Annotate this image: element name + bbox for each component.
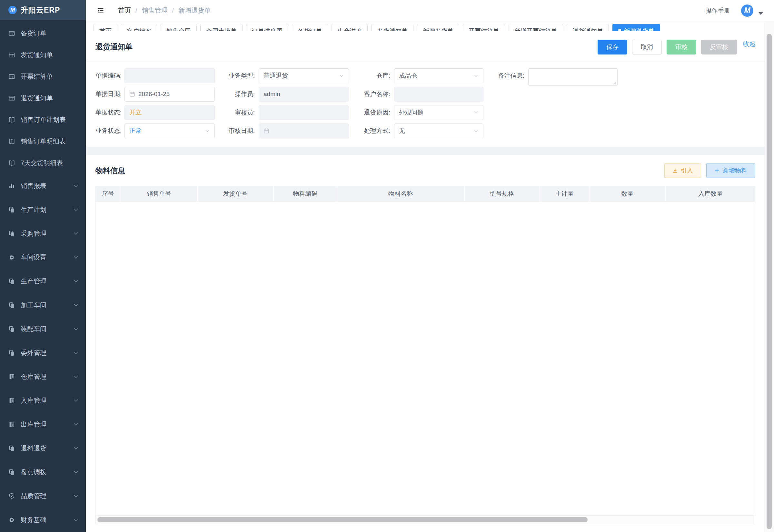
- user-avatar[interactable]: M: [741, 5, 753, 17]
- chevron-down-icon: [73, 374, 79, 379]
- book-icon: [8, 160, 15, 166]
- add-material-button[interactable]: 新增物料: [706, 163, 755, 178]
- sidebar-item-sales-detail-report[interactable]: 销售订单明细表: [0, 131, 86, 152]
- import-button[interactable]: 引入: [664, 163, 701, 178]
- resize-grip-icon[interactable]: [611, 80, 617, 85]
- copy-icon: [8, 326, 15, 332]
- sidebar-item-machining-shop[interactable]: 加工车间: [0, 293, 86, 317]
- warehouse-select[interactable]: 成品仓: [394, 68, 483, 83]
- sidebar-item-invoice-settle[interactable]: 开票结算单: [0, 66, 86, 87]
- horizontal-scrollbar[interactable]: [96, 515, 755, 524]
- sidebar-item-assembly-shop[interactable]: 装配车间: [0, 317, 86, 341]
- table-body-empty: [96, 202, 755, 516]
- chevron-down-icon: [73, 398, 79, 403]
- vertical-scrollbar-thumb[interactable]: [767, 34, 772, 529]
- tab-new-ship-order[interactable]: 新增发货单: [417, 24, 459, 31]
- shield-check-icon: [8, 493, 15, 499]
- doc-code-input[interactable]: [124, 68, 215, 83]
- notebook-icon: [8, 397, 15, 404]
- sidebar-item-quality-mgmt[interactable]: 品质管理: [0, 484, 86, 508]
- tab-customer-file[interactable]: 客户档案: [121, 24, 157, 31]
- sidebar-item-finance-basics[interactable]: 财务基础: [0, 508, 86, 532]
- operator-input[interactable]: admin: [259, 87, 349, 102]
- unaudit-button[interactable]: 反审核: [701, 40, 737, 54]
- chevron-down-icon: [205, 128, 210, 133]
- doc-date-input[interactable]: 2026-01-25: [124, 87, 215, 102]
- customer-input[interactable]: [394, 87, 483, 102]
- table-icon: [8, 73, 15, 80]
- tab-new-return-order-active[interactable]: 新增退货单: [612, 24, 660, 31]
- col-ship-order-no: 发货单号: [198, 186, 274, 202]
- tab-ship-notice[interactable]: 发货通知单: [371, 24, 413, 31]
- chevron-down-icon: [473, 110, 479, 115]
- sidebar-item-outbound-mgmt[interactable]: 出库管理: [0, 412, 86, 436]
- tab-invoice-settle[interactable]: 开票结算单: [463, 24, 505, 31]
- sidebar-item-inbound-mgmt[interactable]: 入库管理: [0, 389, 86, 412]
- tab-home[interactable]: 首页: [94, 24, 117, 31]
- biz-status-select[interactable]: 正常: [124, 123, 215, 138]
- bar-chart-icon: [8, 182, 15, 189]
- table-header-row: 序号 销售单号 发货单号 物料编码 物料名称 型号规格 主计量 数量 入库数量: [96, 186, 755, 202]
- sidebar: M 升阳云ERP 备货订单 发货通知单 开票结算单 退货通知单 销售订单计划表 …: [0, 0, 86, 532]
- form-title: 退货通知单: [95, 42, 133, 52]
- sidebar-item-purchase-mgmt[interactable]: 采购管理: [0, 222, 86, 245]
- tab-order-progress[interactable]: 订单进度图: [246, 24, 288, 31]
- col-quantity: 数量: [590, 186, 666, 202]
- sidebar-item-sales-plan-report[interactable]: 销售订单计划表: [0, 109, 86, 131]
- sidebar-item-production-mgmt[interactable]: 生产管理: [0, 269, 86, 293]
- col-sales-order-no: 销售单号: [121, 186, 198, 202]
- copy-icon: [8, 445, 15, 452]
- sidebar-item-sales-reports[interactable]: 销售报表: [0, 174, 86, 198]
- customer-label: 客户名称:: [349, 87, 394, 102]
- sidebar-item-outsourcing-mgmt[interactable]: 委外管理: [0, 341, 86, 365]
- remark-textarea[interactable]: [528, 68, 618, 86]
- topbar-right: 操作手册 M: [706, 5, 763, 17]
- tab-production-progress[interactable]: 生产进度: [332, 24, 368, 31]
- form-row-1: 单据编码: 业务类型: 普通退货 仓库: 成品仓 备注信息:: [95, 68, 755, 83]
- sidebar-item-stock-order[interactable]: 备货订单: [0, 23, 86, 44]
- cancel-button[interactable]: 取消: [632, 40, 662, 54]
- tab-sales-contract[interactable]: 销售合同: [161, 24, 197, 31]
- biz-type-select[interactable]: 普通退货: [259, 68, 349, 83]
- breadcrumb-current: 新增退货单: [178, 6, 211, 15]
- sidebar-item-workshop-settings[interactable]: 车间设置: [0, 245, 86, 269]
- menu-fold-icon[interactable]: [97, 7, 104, 15]
- save-button[interactable]: 保存: [598, 40, 627, 54]
- chevron-down-icon: [73, 255, 79, 260]
- horizontal-scrollbar-thumb[interactable]: [97, 517, 588, 522]
- main-content: 首页 / 销售管理 / 新增退货单 操作手册 M 首页 客户档案 销售合同 合同…: [86, 0, 774, 532]
- tab-return-notice[interactable]: 退货通知单: [567, 24, 609, 31]
- caret-down-icon[interactable]: [759, 12, 763, 15]
- auditor-input[interactable]: [259, 105, 349, 120]
- breadcrumb-sales-mgmt[interactable]: 销售管理: [142, 6, 168, 15]
- sidebar-item-7day-delivery-report[interactable]: 7天交货明细表: [0, 152, 86, 174]
- doc-status-input[interactable]: 开立: [124, 105, 215, 120]
- table-icon: [8, 52, 15, 58]
- audit-button[interactable]: 审核: [667, 40, 696, 54]
- materials-table: 序号 销售单号 发货单号 物料编码 物料名称 型号规格 主计量 数量 入库数量: [95, 186, 755, 524]
- sidebar-item-material-return[interactable]: 退料退货: [0, 436, 86, 460]
- sidebar-item-warehouse-mgmt[interactable]: 仓库管理: [0, 365, 86, 389]
- audit-date-input[interactable]: [259, 123, 349, 138]
- tab-contract-approval[interactable]: 合同审批单: [200, 24, 243, 31]
- col-model-spec: 型号规格: [465, 186, 540, 202]
- chevron-down-icon: [473, 73, 479, 78]
- notebook-icon: [8, 373, 15, 380]
- app-logo-icon: M: [8, 6, 17, 14]
- tab-new-invoice-settle[interactable]: 新增开票结算单: [509, 24, 563, 31]
- return-reason-select[interactable]: 外观问题: [394, 105, 483, 120]
- tabs-clip: 首页 客户档案 销售合同 合同审批单 订单进度图 备货订单 生产进度 发货通知单…: [94, 24, 765, 31]
- manual-link[interactable]: 操作手册: [706, 6, 730, 15]
- sidebar-item-ship-notice[interactable]: 发货通知单: [0, 44, 86, 66]
- vertical-scrollbar[interactable]: [765, 21, 774, 532]
- tab-stock-order[interactable]: 备货订单: [292, 24, 328, 31]
- sidebar-item-production-plan[interactable]: 生产计划: [0, 198, 86, 222]
- handle-method-select[interactable]: 无: [394, 123, 483, 138]
- sidebar-item-stocktake-transfer[interactable]: 盘点调拨: [0, 460, 86, 484]
- sidebar-item-return-notice[interactable]: 退货通知单: [0, 87, 86, 109]
- breadcrumb-home[interactable]: 首页: [118, 6, 131, 15]
- copy-icon: [8, 302, 15, 309]
- plus-icon: [714, 168, 720, 173]
- copy-icon: [8, 469, 15, 476]
- collapse-link[interactable]: 收起: [743, 40, 755, 48]
